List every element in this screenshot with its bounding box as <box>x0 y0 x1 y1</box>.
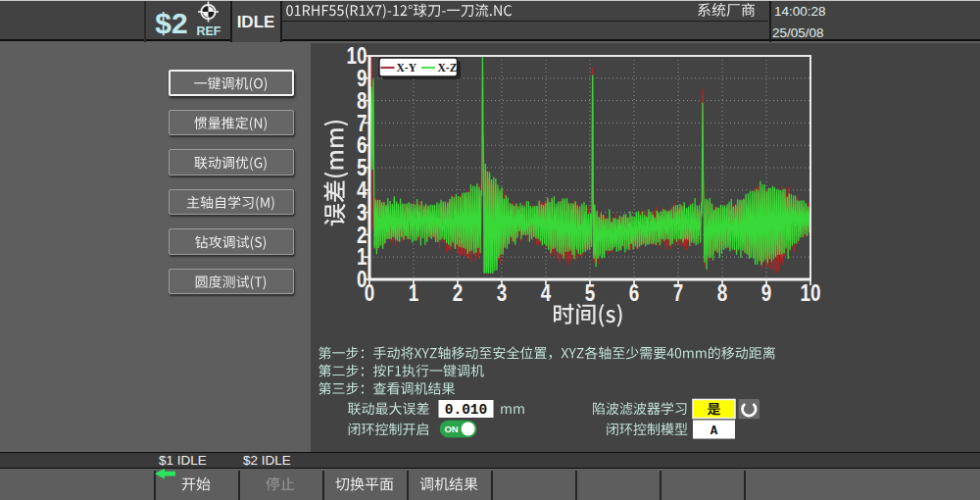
svg-text:3: 3 <box>357 200 368 225</box>
svg-text:0.010: 0.010 <box>445 402 488 418</box>
svg-text:14:00:28: 14:00:28 <box>774 4 826 19</box>
svg-text:8: 8 <box>357 88 368 114</box>
svg-text:5: 5 <box>357 155 368 180</box>
svg-text:3: 3 <box>497 280 508 306</box>
svg-text:4: 4 <box>357 177 368 203</box>
svg-text:0: 0 <box>365 280 375 306</box>
svg-text:2: 2 <box>357 223 368 248</box>
svg-text:IDLE: IDLE <box>237 13 275 31</box>
svg-text:7: 7 <box>357 111 368 136</box>
svg-text:REF: REF <box>197 25 221 38</box>
svg-text:6: 6 <box>357 132 368 158</box>
svg-text:10: 10 <box>801 280 821 306</box>
svg-text:$1 IDLE: $1 IDLE <box>159 453 207 468</box>
svg-text:X-Z: X-Z <box>438 62 458 74</box>
svg-text:25/05/08: 25/05/08 <box>772 25 824 40</box>
svg-text:$2: $2 <box>155 7 187 39</box>
svg-text:8: 8 <box>717 280 728 306</box>
svg-text:10: 10 <box>347 43 368 69</box>
svg-text:1: 1 <box>357 244 368 270</box>
svg-text:4: 4 <box>541 280 552 306</box>
svg-text:6: 6 <box>629 280 640 306</box>
svg-text:ON: ON <box>444 424 458 434</box>
svg-text:$2 IDLE: $2 IDLE <box>243 453 291 468</box>
svg-text:1: 1 <box>409 280 419 306</box>
svg-text:2: 2 <box>453 280 464 306</box>
svg-text:5: 5 <box>585 280 596 306</box>
svg-text:9: 9 <box>761 280 772 306</box>
svg-text:7: 7 <box>673 280 684 306</box>
svg-text:A: A <box>710 425 718 438</box>
svg-text:9: 9 <box>357 66 368 91</box>
svg-text:X-Y: X-Y <box>397 62 417 74</box>
